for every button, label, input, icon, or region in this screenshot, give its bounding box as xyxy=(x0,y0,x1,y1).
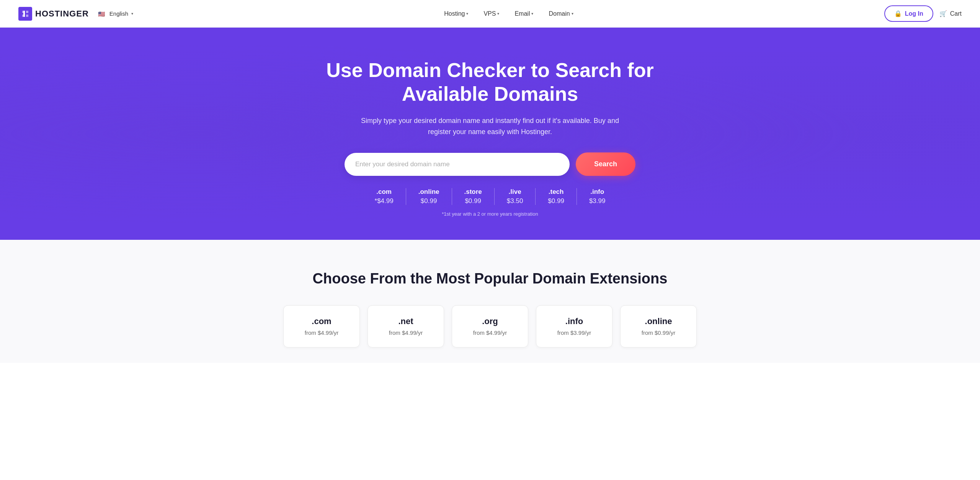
chevron-down-icon: ▾ xyxy=(572,11,573,16)
price-item-online: .online $0.99 xyxy=(406,188,452,205)
brand-name: HOSTINGER xyxy=(35,9,89,19)
price-val-online: $0.99 xyxy=(418,197,439,205)
extension-card-org[interactable]: .org from $4.99/yr xyxy=(452,305,528,347)
domain-label: Domain xyxy=(549,10,570,17)
hero-title: Use Domain Checker to Search for Availab… xyxy=(318,58,662,106)
chevron-down-icon: ▾ xyxy=(131,11,133,16)
flag-icon: 🇺🇸 xyxy=(98,11,106,17)
cart-button[interactable]: 🛒 Cart xyxy=(939,10,962,17)
price-item-store: .store $0.99 xyxy=(452,188,495,205)
nav-item-email[interactable]: Email ▾ xyxy=(508,7,539,20)
price-val-live: $3.50 xyxy=(507,197,523,205)
price-val-com: *$4.99 xyxy=(375,197,394,205)
popular-section-title: Choose From the Most Popular Domain Exte… xyxy=(18,270,962,287)
navbar: HOSTINGER 🇺🇸 English ▾ Hosting ▾ VPS ▾ E… xyxy=(0,0,980,28)
vps-label: VPS xyxy=(483,10,496,17)
chevron-down-icon: ▾ xyxy=(466,11,468,16)
extension-label-org: .org xyxy=(464,316,516,326)
extension-label-com: .com xyxy=(296,316,347,326)
extension-card-com[interactable]: .com from $4.99/yr xyxy=(283,305,360,347)
logo-link[interactable]: HOSTINGER xyxy=(18,7,89,21)
nav-item-hosting[interactable]: Hosting ▾ xyxy=(438,7,474,20)
cart-icon: 🛒 xyxy=(939,10,947,17)
chevron-down-icon: ▾ xyxy=(497,11,499,16)
price-ext-com: .com xyxy=(375,188,394,196)
price-ext-live: .live xyxy=(507,188,523,196)
price-ext-store: .store xyxy=(464,188,482,196)
extension-price-org: from $4.99/yr xyxy=(473,329,507,336)
price-item-com: .com *$4.99 xyxy=(363,188,406,205)
price-ext-tech: .tech xyxy=(548,188,564,196)
navbar-nav: Hosting ▾ VPS ▾ Email ▾ Domain ▾ xyxy=(438,7,579,20)
extension-label-info: .info xyxy=(549,316,600,326)
hosting-label: Hosting xyxy=(444,10,465,17)
price-ext-online: .online xyxy=(418,188,439,196)
extension-card-net[interactable]: .net from $4.99/yr xyxy=(368,305,444,347)
price-item-info: .info $3.99 xyxy=(577,188,618,205)
cart-label: Cart xyxy=(950,10,962,17)
extension-card-online[interactable]: .online from $0.99/yr xyxy=(620,305,697,347)
price-item-live: .live $3.50 xyxy=(495,188,536,205)
login-label: Log In xyxy=(905,10,923,17)
price-ext-info: .info xyxy=(589,188,606,196)
price-note: *1st year with a 2 or more years registr… xyxy=(318,211,662,217)
nav-item-vps[interactable]: VPS ▾ xyxy=(477,7,505,20)
extension-price-info: from $3.99/yr xyxy=(557,329,591,336)
extension-price-com: from $4.99/yr xyxy=(305,329,338,336)
login-button[interactable]: 🔒 Log In xyxy=(884,5,933,22)
domain-search-bar: Search xyxy=(345,152,635,176)
price-val-info: $3.99 xyxy=(589,197,606,205)
extension-price-online: from $0.99/yr xyxy=(642,329,675,336)
extension-price-net: from $4.99/yr xyxy=(389,329,423,336)
search-button[interactable]: Search xyxy=(576,152,635,176)
nav-item-domain[interactable]: Domain ▾ xyxy=(542,7,579,20)
hero-section: Use Domain Checker to Search for Availab… xyxy=(0,28,980,240)
price-item-tech: .tech $0.99 xyxy=(536,188,577,205)
domain-search-input[interactable] xyxy=(345,153,570,176)
hero-content: Use Domain Checker to Search for Availab… xyxy=(318,58,662,217)
hero-subtitle: Simply type your desired domain name and… xyxy=(356,115,624,138)
extension-card-info[interactable]: .info from $3.99/yr xyxy=(536,305,612,347)
price-val-tech: $0.99 xyxy=(548,197,564,205)
navbar-actions: 🔒 Log In 🛒 Cart xyxy=(884,5,962,22)
extensions-grid: .com from $4.99/yr .net from $4.99/yr .o… xyxy=(18,305,962,347)
lock-icon: 🔒 xyxy=(894,10,902,17)
price-val-store: $0.99 xyxy=(464,197,482,205)
chevron-down-icon: ▾ xyxy=(531,11,533,16)
email-label: Email xyxy=(514,10,530,17)
language-label: English xyxy=(109,10,128,17)
popular-extensions-section: Choose From the Most Popular Domain Exte… xyxy=(0,240,980,363)
navbar-left: HOSTINGER 🇺🇸 English ▾ xyxy=(18,7,133,21)
extension-label-online: .online xyxy=(633,316,684,326)
extension-label-net: .net xyxy=(380,316,431,326)
language-selector[interactable]: 🇺🇸 English ▾ xyxy=(98,10,133,17)
domain-prices-list: .com *$4.99 .online $0.99 .store $0.99 .… xyxy=(318,188,662,205)
logo-icon xyxy=(18,7,32,21)
